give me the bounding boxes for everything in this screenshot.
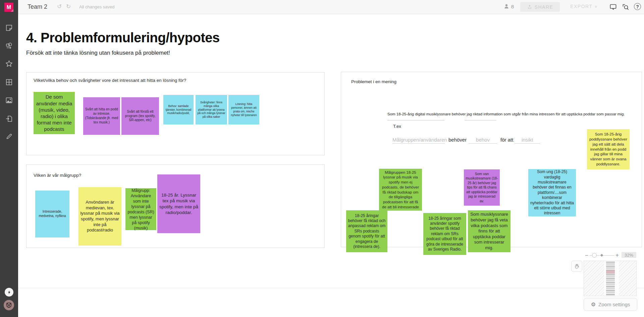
zoom-out-button[interactable]: − xyxy=(585,252,588,259)
shapes-connector-tool-icon[interactable] xyxy=(5,42,13,50)
sticky-note-text: Som 18-25-årig poddlyssnare behöver jag … xyxy=(589,132,628,166)
toolbar-sidebar: M xyxy=(0,0,18,317)
mural-title: 4. Problemformulering/hypotes xyxy=(26,30,220,45)
image-tool-icon[interactable] xyxy=(5,96,13,104)
panel2-header: Vilken är vår målgrupp? xyxy=(34,173,81,178)
zoom-in-button[interactable]: + xyxy=(615,252,619,259)
comment-icon[interactable] xyxy=(609,3,617,11)
mural-logo[interactable]: M xyxy=(4,3,13,12)
template-subject-field[interactable]: Målgruppen/användaren xyxy=(392,137,445,144)
undo-icon[interactable]: ↺ xyxy=(57,3,62,10)
sticky-note[interactable]: Intresserade, medvetna, nyfikna xyxy=(35,191,69,237)
export-label: EXPORT xyxy=(570,4,592,9)
collaborators-count[interactable]: 8 xyxy=(503,3,514,10)
sticky-note-text: 18-25 åringar som använder spotify behöv… xyxy=(425,216,465,252)
pan-hand-button[interactable] xyxy=(571,261,582,272)
chevron-down-icon: ∨ xyxy=(594,4,598,9)
problem-sentence[interactable]: Som 18-25-årig digital musiklyssnare beh… xyxy=(387,112,625,116)
mural-subtitle: Försök att inte tänka lösning utan fokus… xyxy=(26,50,170,56)
minimap[interactable] xyxy=(584,261,637,296)
sticky-note-tool-icon[interactable] xyxy=(5,24,13,32)
sticky-note-text: Svårigheter: finns många olika plattform… xyxy=(197,101,225,119)
share-label: SHARE xyxy=(535,4,553,10)
user-avatar[interactable] xyxy=(4,300,14,310)
sticky-note[interactable]: Som ung (18-25) vardaglig musikstreamare… xyxy=(528,169,576,216)
template-verb: behöver xyxy=(448,137,467,143)
import-file-icon[interactable] xyxy=(5,115,13,123)
mural-app: Team 2 ↺ ↻ All changes saved 8 SHARE EXP… xyxy=(0,0,644,317)
star-tool-icon[interactable] xyxy=(5,60,13,68)
zoom-default-marker xyxy=(600,254,603,257)
sticky-note[interactable]: Som 18-25-årig poddlyssnare behöver jag … xyxy=(587,129,630,169)
sticky-note[interactable]: Svårigheter: finns många olika plattform… xyxy=(196,95,227,124)
sticky-note[interactable]: Målgrupp: Användare som inte lyssnar på … xyxy=(125,188,156,230)
sticky-note-text: 18-25 år. Lyssnar tex på musik via spoti… xyxy=(159,192,199,215)
sticky-note-text: Som van musikstreamare (18-25 år) behöve… xyxy=(466,172,498,203)
share-button[interactable]: SHARE xyxy=(520,2,560,12)
canvas-boundary-line xyxy=(18,288,644,288)
sticky-note[interactable]: Som musiklyssnare behöver jag få veta vi… xyxy=(468,210,511,252)
lightning-icon xyxy=(7,290,11,295)
sticky-note-text: Anvöndaren är medievan, tex. lyssnar på … xyxy=(80,200,120,233)
sticky-note[interactable]: De som använder media (musik, video, rad… xyxy=(34,92,75,134)
find-on-mural-icon[interactable] xyxy=(622,3,630,11)
save-status: All changes saved xyxy=(79,4,115,9)
sticky-note-text: Som ung (18-25) vardaglig musikstreamare… xyxy=(530,169,574,216)
template-need-field[interactable]: behov xyxy=(469,137,497,144)
avatar-face-icon xyxy=(5,301,13,309)
frameworks-grid-icon[interactable] xyxy=(5,78,13,86)
sticky-note-text: 18-25 åringar behöver få riktad och anpa… xyxy=(348,213,386,250)
panel1-header: Vilket/vilka behov och svårigheter vore … xyxy=(34,78,186,83)
hand-icon xyxy=(574,263,580,269)
sticky-note-text: Målgrupp: Användare som inte lyssnar på … xyxy=(127,188,155,231)
gear-icon: ⚙ xyxy=(591,301,596,308)
users-count-label: 8 xyxy=(511,4,514,9)
sticky-note-text: Svårt att hitta en podd av intresse. (Ti… xyxy=(85,107,118,124)
sticky-note-text: Behov: samlade tjänster, kombinerad musi… xyxy=(165,104,192,115)
template-insight-field[interactable]: insikt xyxy=(515,137,540,144)
sticky-note[interactable]: Som van musikstreamare (18-25 år) behöve… xyxy=(464,169,500,206)
panel3-header: Problemet i en mening xyxy=(351,79,396,84)
zoom-level-badge: 32% xyxy=(622,252,636,258)
sticky-note-text: Målgruppen 18-25 lyssnar på musik via sp… xyxy=(381,170,420,210)
redo-icon[interactable]: ↻ xyxy=(66,3,71,10)
quick-actions-button[interactable] xyxy=(5,288,13,297)
help-icon[interactable]: ? xyxy=(634,3,641,10)
minimap-highlight-block xyxy=(606,270,615,273)
sticky-note-text: De som använder media (musik, video, rad… xyxy=(35,94,73,132)
minimap-content-strip xyxy=(606,262,615,296)
sentence-underline xyxy=(465,120,496,120)
sticky-note[interactable]: Anvöndaren är medievan, tex. lyssnar på … xyxy=(78,187,121,246)
zoom-slider-handle[interactable] xyxy=(592,253,597,258)
template-connector: för att xyxy=(500,137,513,143)
sticky-note[interactable]: Behov: samlade tjänster, kombinerad musi… xyxy=(163,95,194,124)
sticky-note-text: Lösning: hitta personer, ämnen att prata… xyxy=(230,102,258,117)
sticky-note-text: Som musiklyssnare behöver jag få veta vi… xyxy=(470,212,509,251)
zoom-settings-button[interactable]: ⚙ Zoom settings xyxy=(584,298,637,311)
sticky-note-text: Svårt att förstå ett program (tex spotif… xyxy=(123,110,157,122)
example-label: T.ex xyxy=(393,124,401,129)
upload-icon xyxy=(527,4,532,10)
sticky-note[interactable]: 18-25 år. Lyssnar tex på musik via spoti… xyxy=(157,174,200,233)
zoom-settings-label: Zoom settings xyxy=(598,302,630,307)
sticky-note[interactable]: 18-25 åringar behöver få riktad och anpa… xyxy=(346,210,387,252)
board-title[interactable]: Team 2 xyxy=(28,3,47,10)
sticky-note[interactable]: Svårt att förstå ett program (tex spotif… xyxy=(121,97,159,135)
export-button[interactable]: EXPORT ∨ xyxy=(570,4,598,9)
sticky-note[interactable]: Svårt att hitta en podd av intresse. (Ti… xyxy=(83,97,120,135)
draw-pencil-icon[interactable] xyxy=(5,133,13,141)
sentence-underline xyxy=(387,120,444,120)
person-icon xyxy=(503,3,510,10)
sticky-note[interactable]: 18-25 åringar som använder spotify behöv… xyxy=(423,213,466,255)
sticky-note[interactable]: Målgruppen 18-25 lyssnar på musik via sp… xyxy=(379,169,422,211)
top-bar: Team 2 ↺ ↻ All changes saved 8 SHARE EXP… xyxy=(18,0,644,14)
sticky-note-text: Intresserade, medvetna, nyfikna xyxy=(37,210,68,218)
sticky-note[interactable]: Lösning: hitta personer, ämnen att prata… xyxy=(228,95,259,124)
